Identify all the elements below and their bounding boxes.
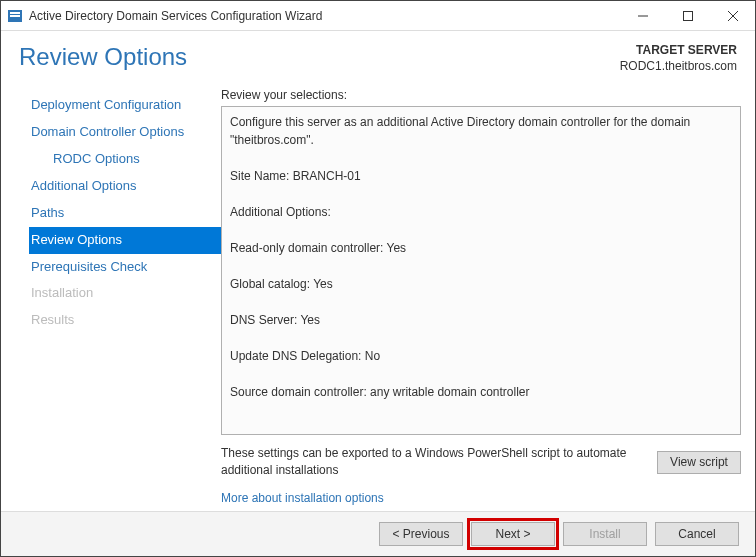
nav-review-options[interactable]: Review Options <box>29 227 221 254</box>
content-area: Deployment Configuration Domain Controll… <box>1 78 755 511</box>
main-panel: Review your selections: Configure this s… <box>221 84 741 505</box>
close-button[interactable] <box>710 1 755 31</box>
target-server: TARGET SERVER RODC1.theitbros.com <box>620 43 737 74</box>
review-selections-label: Review your selections: <box>221 88 741 102</box>
nav-paths[interactable]: Paths <box>29 200 221 227</box>
nav-prerequisites-check[interactable]: Prerequisites Check <box>29 254 221 281</box>
previous-button[interactable]: < Previous <box>379 522 463 546</box>
next-button[interactable]: Next > <box>471 522 555 546</box>
svg-rect-1 <box>10 12 20 14</box>
export-hint-text: These settings can be exported to a Wind… <box>221 445 645 479</box>
nav-results: Results <box>29 307 221 334</box>
more-about-link[interactable]: More about installation options <box>221 491 741 505</box>
export-row: These settings can be exported to a Wind… <box>221 445 741 479</box>
nav-installation: Installation <box>29 280 221 307</box>
target-server-value: RODC1.theitbros.com <box>620 59 737 75</box>
wizard-footer: < Previous Next > Install Cancel <box>1 511 755 556</box>
cancel-button[interactable]: Cancel <box>655 522 739 546</box>
view-script-button[interactable]: View script <box>657 451 741 474</box>
app-icon <box>7 8 23 24</box>
nav-deployment-configuration[interactable]: Deployment Configuration <box>29 92 221 119</box>
svg-rect-2 <box>10 15 20 17</box>
wizard-nav: Deployment Configuration Domain Controll… <box>7 84 221 505</box>
titlebar: Active Directory Domain Services Configu… <box>1 1 755 31</box>
target-server-label: TARGET SERVER <box>620 43 737 59</box>
nav-rodc-options[interactable]: RODC Options <box>29 146 221 173</box>
minimize-button[interactable] <box>620 1 665 31</box>
review-textbox[interactable]: Configure this server as an additional A… <box>221 106 741 435</box>
svg-rect-4 <box>683 11 692 20</box>
page-title: Review Options <box>19 43 187 71</box>
install-button: Install <box>563 522 647 546</box>
maximize-button[interactable] <box>665 1 710 31</box>
nav-domain-controller-options[interactable]: Domain Controller Options <box>29 119 221 146</box>
nav-additional-options[interactable]: Additional Options <box>29 173 221 200</box>
window-title: Active Directory Domain Services Configu… <box>29 9 620 23</box>
page-header: Review Options TARGET SERVER RODC1.theit… <box>1 31 755 78</box>
